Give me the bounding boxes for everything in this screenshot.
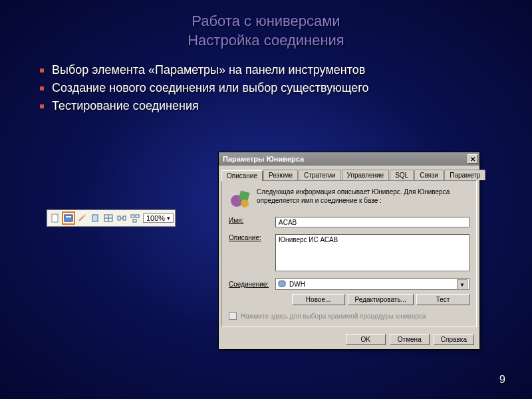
stored-procedure-checkbox[interactable] bbox=[229, 312, 237, 320]
toolbar: 100% bbox=[47, 209, 176, 227]
help-button[interactable]: Справка bbox=[434, 334, 474, 345]
cancel-button[interactable]: Отмена bbox=[390, 334, 430, 345]
tab-strip: Описание Резюме Стратегии Управление SQL… bbox=[219, 166, 479, 180]
bullet-marker bbox=[40, 68, 44, 72]
description-input[interactable]: Юниверс ИС АСАВ bbox=[275, 234, 469, 271]
name-input[interactable]: ACAB bbox=[275, 217, 469, 227]
bullet-marker bbox=[40, 104, 44, 108]
new-connection-button[interactable]: Новое... bbox=[292, 294, 345, 305]
database-icon bbox=[277, 280, 287, 288]
title-line-1: Работа с юниверсами bbox=[192, 13, 340, 29]
table-icon[interactable] bbox=[102, 211, 115, 225]
svg-point-17 bbox=[241, 200, 249, 207]
tab-management[interactable]: Управление bbox=[342, 170, 390, 180]
edit-connection-button[interactable]: Редактировать... bbox=[348, 294, 414, 305]
stored-procedure-label: Нажмите здесь для выбора хранимой процед… bbox=[241, 313, 426, 320]
layout-icon[interactable] bbox=[128, 211, 142, 225]
universe-icon bbox=[229, 188, 251, 210]
tab-summary[interactable]: Резюме bbox=[263, 170, 298, 180]
join-icon[interactable] bbox=[115, 211, 128, 225]
title-line-2: Настройка соединения bbox=[188, 32, 344, 49]
tab-strategies[interactable]: Стратегии bbox=[299, 170, 341, 180]
wand-icon[interactable] bbox=[75, 211, 88, 225]
svg-rect-1 bbox=[65, 215, 72, 221]
svg-rect-13 bbox=[136, 215, 139, 217]
connection-label: Соединение: bbox=[229, 281, 275, 288]
svg-rect-12 bbox=[131, 215, 134, 217]
svg-rect-14 bbox=[133, 219, 136, 222]
test-connection-button[interactable]: Тест bbox=[416, 294, 469, 305]
bullet-text: Тестирование соединения bbox=[52, 99, 199, 113]
tab-sql[interactable]: SQL bbox=[390, 170, 414, 180]
ok-button[interactable]: OK bbox=[346, 334, 386, 345]
bullet-text: Создание нового соединения или выбор сущ… bbox=[52, 81, 369, 95]
page-number: 9 bbox=[499, 374, 505, 386]
zoom-selector[interactable]: 100% bbox=[143, 213, 174, 223]
tab-links[interactable]: Связи bbox=[414, 170, 444, 180]
svg-rect-5 bbox=[92, 215, 98, 221]
doc-icon[interactable] bbox=[88, 211, 102, 225]
bullet-list: Выбор элемента «Параметры» на панели инс… bbox=[40, 63, 532, 113]
name-label: Имя: bbox=[229, 217, 275, 224]
bullet-marker bbox=[40, 86, 44, 90]
tab-parameter[interactable]: Параметр bbox=[444, 170, 485, 180]
svg-point-4 bbox=[83, 214, 86, 217]
parameters-dialog: Параметры Юниверса ✕ Описание Резюме Стр… bbox=[218, 152, 480, 350]
bullet-text: Выбор элемента «Параметры» на панели инс… bbox=[52, 63, 365, 77]
svg-rect-2 bbox=[66, 216, 71, 217]
dialog-title: Параметры Юниверса bbox=[223, 155, 304, 163]
new-file-icon[interactable] bbox=[49, 211, 62, 225]
slide-title: Работа с юниверсами Настройка соединения bbox=[0, 0, 532, 50]
connection-select[interactable]: DWH bbox=[275, 278, 469, 290]
description-label: Описание: bbox=[229, 234, 275, 241]
svg-rect-10 bbox=[123, 216, 126, 220]
info-text: Следующая информация описывает Юниверс. … bbox=[257, 188, 469, 210]
dialog-buttons: OK Отмена Справка bbox=[219, 330, 479, 349]
dialog-titlebar: Параметры Юниверса ✕ bbox=[219, 152, 479, 166]
svg-rect-9 bbox=[118, 216, 120, 220]
tab-description[interactable]: Описание bbox=[221, 170, 263, 181]
parameters-icon[interactable] bbox=[62, 211, 75, 225]
tab-panel: Следующая информация описывает Юниверс. … bbox=[221, 180, 477, 327]
close-icon[interactable]: ✕ bbox=[467, 154, 478, 164]
